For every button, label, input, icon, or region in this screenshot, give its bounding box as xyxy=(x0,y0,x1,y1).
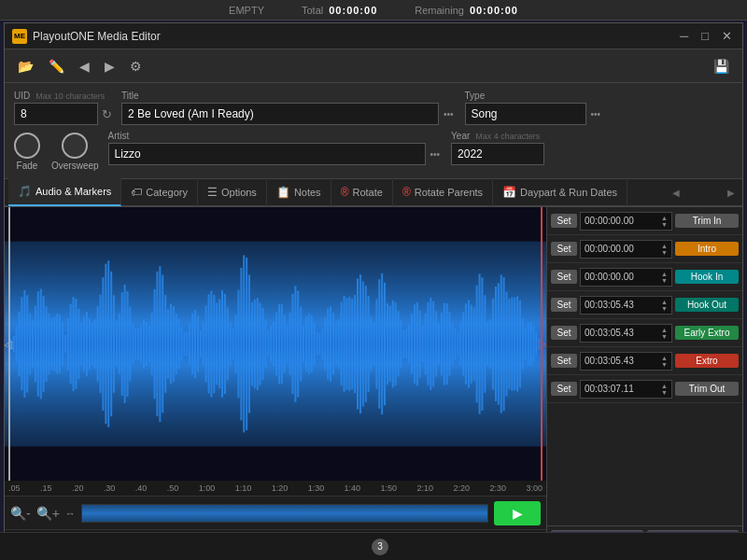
form-area: UID Max 10 characters ↻ Title ••• Type xyxy=(5,83,742,179)
tab-daypart[interactable]: 📅 Daypart & Run Dates xyxy=(493,178,627,206)
svg-rect-130 xyxy=(348,297,350,391)
trim-out-button[interactable]: Trim Out xyxy=(675,382,739,396)
svg-rect-100 xyxy=(267,330,269,357)
svg-rect-95 xyxy=(254,300,256,388)
svg-rect-104 xyxy=(278,304,280,385)
svg-rect-106 xyxy=(284,315,286,372)
svg-rect-124 xyxy=(332,313,334,374)
hook-in-button[interactable]: Hook In xyxy=(675,270,739,284)
set-hook-in-button[interactable]: Set xyxy=(551,270,577,284)
forward-button[interactable]: ▶ xyxy=(99,55,120,77)
play-button[interactable]: ▶ xyxy=(494,501,541,525)
oversweep-toggle[interactable] xyxy=(62,133,88,159)
svg-rect-59 xyxy=(156,272,158,416)
tab-options[interactable]: ☰ Options xyxy=(198,178,267,206)
back-button[interactable]: ◀ xyxy=(74,55,95,77)
svg-rect-169 xyxy=(454,329,456,360)
svg-rect-77 xyxy=(205,305,207,382)
uid-input[interactable] xyxy=(14,103,98,125)
svg-rect-44 xyxy=(116,321,118,368)
tab-rotate[interactable]: ® Rotate xyxy=(331,178,393,206)
svg-rect-45 xyxy=(119,314,120,374)
year-input[interactable] xyxy=(451,143,544,165)
toggles-area: Fade Oversweep xyxy=(14,133,99,171)
trim-in-arrows[interactable]: ▲▼ xyxy=(661,215,668,228)
save-button[interactable]: 💾 xyxy=(708,55,735,77)
trim-in-time: 00:00:00.00 ▲▼ xyxy=(580,212,672,231)
tab-category[interactable]: 🏷 Category xyxy=(121,178,198,206)
zoom-in-button[interactable]: 🔍+ xyxy=(36,506,60,521)
rotate-tab-label: Rotate xyxy=(352,187,382,198)
svg-rect-128 xyxy=(344,296,345,392)
intro-arrows[interactable]: ▲▼ xyxy=(661,243,668,256)
task-badge[interactable]: 3 xyxy=(372,539,388,555)
edit-button[interactable]: ✏️ xyxy=(43,55,70,77)
mini-waveform[interactable] xyxy=(81,504,488,523)
tab-audio[interactable]: 🎵 Audio & Markers xyxy=(8,178,121,206)
early-extro-arrows[interactable]: ▲▼ xyxy=(661,327,668,340)
marker-row-trim-in: Set 00:00:00.00 ▲▼ Trim In xyxy=(547,207,742,235)
svg-rect-94 xyxy=(251,302,253,386)
title-bar: ME PlayoutONE Media Editor ─ □ ✕ xyxy=(5,23,742,49)
svg-rect-110 xyxy=(294,286,296,402)
fade-toggle[interactable] xyxy=(14,133,40,159)
tabs-scroll-left[interactable]: ◀ xyxy=(669,188,684,198)
settings-button[interactable]: ⚙ xyxy=(124,55,148,77)
rotate-parents-tab-icon: ® xyxy=(402,186,411,199)
trim-out-time: 00:03:07.11 ▲▼ xyxy=(580,380,672,399)
extro-arrows[interactable]: ▲▼ xyxy=(661,355,668,368)
svg-rect-135 xyxy=(362,281,364,406)
set-early-extro-button[interactable]: Set xyxy=(551,326,577,340)
svg-rect-167 xyxy=(449,312,451,375)
tabs-scroll-right[interactable]: ▶ xyxy=(724,188,739,198)
close-button[interactable]: ✕ xyxy=(719,29,735,43)
svg-rect-16 xyxy=(40,289,42,399)
trim-out-arrows[interactable]: ▲▼ xyxy=(661,383,668,396)
svg-rect-83 xyxy=(221,290,223,398)
hook-in-time: 00:00:00.00 ▲▼ xyxy=(580,268,672,287)
ruler-mark: 1:30 xyxy=(308,483,325,493)
svg-rect-129 xyxy=(345,298,347,389)
trim-in-button[interactable]: Trim In xyxy=(675,214,739,228)
hook-in-arrows[interactable]: ▲▼ xyxy=(661,271,668,284)
title-options-button[interactable]: ••• xyxy=(442,107,456,121)
svg-rect-149 xyxy=(400,320,402,368)
region-start-marker[interactable] xyxy=(8,207,10,481)
set-trim-in-button[interactable]: Set xyxy=(551,214,577,228)
type-input[interactable] xyxy=(465,103,586,125)
intro-button[interactable]: Intro xyxy=(675,242,739,256)
svg-rect-172 xyxy=(462,312,464,375)
artist-options-button[interactable]: ••• xyxy=(429,147,443,161)
maximize-button[interactable]: □ xyxy=(698,29,712,43)
svg-rect-151 xyxy=(405,329,407,358)
extro-button[interactable]: Extro xyxy=(675,354,739,368)
tab-notes[interactable]: 📋 Notes xyxy=(267,178,331,206)
artist-input[interactable] xyxy=(108,143,426,165)
open-button[interactable]: 📂 xyxy=(12,55,39,77)
hook-out-button[interactable]: Hook Out xyxy=(675,298,739,312)
svg-rect-137 xyxy=(368,296,370,392)
waveform-svg xyxy=(5,207,546,481)
year-label: Year xyxy=(451,131,470,141)
svg-rect-131 xyxy=(351,299,353,389)
minimize-button[interactable]: ─ xyxy=(677,29,691,43)
refresh-icon[interactable]: ↻ xyxy=(102,107,112,121)
waveform-canvas[interactable] xyxy=(5,207,546,481)
svg-rect-56 xyxy=(148,326,150,362)
region-end-marker[interactable] xyxy=(541,207,543,481)
early-extro-button[interactable]: Early Extro xyxy=(675,326,739,340)
tab-rotate-parents[interactable]: ® Rotate Parents xyxy=(393,178,493,206)
type-group: Type ••• xyxy=(465,91,603,125)
zoom-fit-button[interactable]: ↔ xyxy=(65,508,76,519)
type-options-button[interactable]: ••• xyxy=(589,107,603,121)
zoom-out-button[interactable]: 🔍- xyxy=(10,506,31,521)
title-input[interactable] xyxy=(121,103,439,125)
set-trim-out-button[interactable]: Set xyxy=(551,382,577,396)
svg-rect-123 xyxy=(330,306,331,382)
hook-out-arrows[interactable]: ▲▼ xyxy=(661,299,668,312)
svg-rect-120 xyxy=(321,328,323,360)
set-hook-out-button[interactable]: Set xyxy=(551,298,577,312)
set-intro-button[interactable]: Set xyxy=(551,242,577,256)
set-extro-button[interactable]: Set xyxy=(551,354,577,368)
svg-rect-150 xyxy=(402,330,404,357)
